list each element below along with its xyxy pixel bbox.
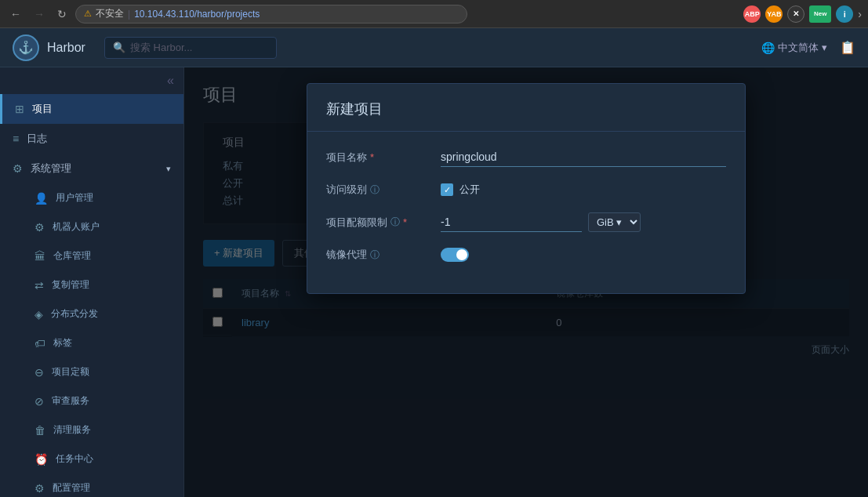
- users-icon: 👤: [35, 192, 48, 205]
- logo-circle: ⚓: [13, 34, 39, 61]
- ext-yab[interactable]: YAB: [765, 5, 783, 23]
- search-bar[interactable]: 🔍 搜索 Harbor...: [104, 37, 277, 59]
- project-name-row: 项目名称 *: [326, 147, 726, 167]
- sidebar-item-warehouses[interactable]: 🏛 仓库管理: [13, 241, 183, 270]
- toggle-dot: [456, 249, 467, 260]
- system-group-label: 系统管理: [31, 161, 71, 176]
- access-level-info-icon[interactable]: ⓘ: [370, 183, 380, 197]
- search-icon: 🔍: [113, 42, 125, 53]
- lang-chevron-icon: ▾: [822, 42, 827, 53]
- sidebar-item-label: 机器人账户: [53, 220, 100, 234]
- quota-input[interactable]: [441, 212, 582, 232]
- quota-icon: ⊖: [35, 366, 44, 379]
- sidebar-item-users[interactable]: 👤 用户管理: [13, 183, 183, 212]
- browser-chrome: ← → ↻ ⚠ 不安全 | 10.104.43.110/harbor/proje…: [0, 0, 868, 28]
- sidebar-item-quota[interactable]: ⊖ 项目定额: [13, 357, 183, 386]
- sidebar-item-label: 清理服务: [53, 423, 91, 437]
- security-warning-icon: ⚠: [84, 9, 92, 19]
- distribution-icon: ◈: [35, 308, 43, 321]
- checkbox-box[interactable]: ✓: [441, 183, 453, 196]
- sidebar-item-label: 项目: [32, 102, 53, 116]
- project-name-control: [441, 147, 726, 167]
- browser-url: 10.104.43.110/harbor/projects: [134, 9, 260, 20]
- proxy-toggle[interactable]: [441, 248, 469, 262]
- system-chevron-icon: ▾: [166, 164, 171, 174]
- language-selector[interactable]: 🌐 中文简体 ▾: [761, 41, 827, 55]
- sidebar-item-tasks[interactable]: ⏰ 任务中心: [13, 444, 183, 473]
- audit-icon: ⊘: [35, 395, 44, 408]
- sidebar-item-label: 配置管理: [53, 481, 90, 495]
- sidebar: « ⊞ 项目 ≡ 日志 ⚙ 系统管理 ▾ 👤 用户管理 ⚙: [0, 67, 184, 497]
- ext-x[interactable]: ✕: [787, 5, 804, 23]
- access-level-label: 访问级别 ⓘ: [326, 183, 428, 197]
- sidebar-item-label: 用户管理: [56, 191, 93, 205]
- globe-icon: 🌐: [761, 42, 775, 54]
- new-project-modal: 新建项目 项目名称 *: [307, 83, 746, 294]
- sidebar-item-cleanup[interactable]: 🗑 清理服务: [13, 415, 183, 444]
- lang-label: 中文简体: [778, 41, 819, 55]
- proxy-control: [441, 248, 726, 262]
- projects-icon: ⊞: [15, 103, 24, 115]
- search-placeholder: 搜索 Harbor...: [130, 41, 192, 55]
- access-level-control: ✓ 公开: [441, 183, 726, 197]
- quota-info-icon[interactable]: ⓘ: [390, 216, 400, 229]
- sidebar-item-logs[interactable]: ≡ 日志: [0, 124, 183, 154]
- sidebar-item-label: 日志: [27, 132, 47, 146]
- ext-new[interactable]: New: [809, 5, 831, 23]
- cleanup-icon: 🗑: [35, 424, 45, 437]
- tasks-icon: ⏰: [35, 453, 48, 466]
- replication-icon: ⇄: [35, 279, 44, 292]
- quota-unit-select[interactable]: GiB ▾: [588, 212, 641, 232]
- sidebar-item-label: 审查服务: [52, 394, 89, 408]
- modal-header: 新建项目: [307, 84, 745, 132]
- app-container: ⚓ Harbor 🔍 搜索 Harbor... 🌐 中文简体 ▾ 📋 « ⊞ 项…: [0, 28, 868, 497]
- sidebar-item-label: 项目定额: [52, 365, 89, 379]
- access-level-row: 访问级别 ⓘ ✓ 公开: [326, 183, 726, 197]
- sidebar-item-label: 复制管理: [52, 278, 89, 292]
- modal-overlay: 新建项目 项目名称 *: [184, 67, 868, 497]
- ext-abp[interactable]: ABP: [743, 5, 761, 23]
- access-level-checkbox-label: 公开: [459, 183, 480, 197]
- required-marker: *: [370, 151, 374, 163]
- modal-title: 新建项目: [326, 100, 726, 118]
- modal-body: 项目名称 * 访问级别 ⓘ: [307, 132, 745, 293]
- anchor-icon: ⚓: [18, 40, 34, 55]
- tags-icon: 🏷: [35, 337, 45, 350]
- sidebar-item-distribution[interactable]: ◈ 分布式分发: [13, 299, 183, 328]
- check-icon: ✓: [444, 185, 451, 195]
- quota-label: 项目配额限制 ⓘ *: [326, 216, 428, 230]
- main-panel: 项目 项目 私有 0 公开 1 总计 1: [184, 67, 868, 497]
- sidebar-item-config[interactable]: ⚙ 配置管理: [13, 473, 183, 497]
- back-button[interactable]: ←: [6, 6, 25, 22]
- project-name-label: 项目名称 *: [326, 151, 428, 165]
- forward-button[interactable]: →: [30, 6, 49, 22]
- sidebar-group-system[interactable]: ⚙ 系统管理 ▾: [0, 154, 183, 183]
- sidebar-item-label: 分布式分发: [51, 307, 98, 321]
- sidebar-sub-system: 👤 用户管理 ⚙ 机器人账户 🏛 仓库管理 ⇄ 复制管理 ◈ 分布式分发: [0, 183, 183, 497]
- sidebar-item-label: 标签: [53, 336, 72, 350]
- logs-icon: ≡: [13, 132, 19, 145]
- navbar-logo: ⚓ Harbor: [13, 34, 85, 61]
- navbar-right: 🌐 中文简体 ▾ 📋: [761, 40, 855, 55]
- sidebar-item-label: 任务中心: [56, 452, 93, 466]
- quota-input-group: GiB ▾: [441, 212, 726, 232]
- quota-control: GiB ▾: [441, 212, 726, 232]
- sidebar-item-robots[interactable]: ⚙ 机器人账户: [13, 212, 183, 241]
- project-name-input[interactable]: [441, 147, 726, 167]
- address-bar[interactable]: ⚠ 不安全 | 10.104.43.110/harbor/projects: [75, 5, 467, 24]
- proxy-info-icon[interactable]: ⓘ: [370, 248, 380, 262]
- refresh-button[interactable]: ↻: [53, 6, 71, 22]
- sidebar-item-projects[interactable]: ⊞ 项目: [0, 94, 183, 124]
- sidebar-item-replication[interactable]: ⇄ 复制管理: [13, 270, 183, 299]
- content-area: « ⊞ 项目 ≡ 日志 ⚙ 系统管理 ▾ 👤 用户管理 ⚙: [0, 67, 868, 497]
- quota-required-marker: *: [403, 216, 407, 228]
- security-label: 不安全: [96, 7, 124, 20]
- warehouse-icon: 🏛: [35, 250, 45, 263]
- sidebar-item-audit[interactable]: ⊘ 审查服务: [13, 386, 183, 415]
- brand-name: Harbor: [47, 41, 85, 55]
- sidebar-collapse-button[interactable]: «: [0, 67, 183, 94]
- ext-blue[interactable]: i: [836, 5, 853, 23]
- sidebar-item-tags[interactable]: 🏷 标签: [13, 328, 183, 357]
- ext-overflow[interactable]: ›: [858, 8, 862, 20]
- access-level-checkbox[interactable]: ✓ 公开: [441, 183, 726, 197]
